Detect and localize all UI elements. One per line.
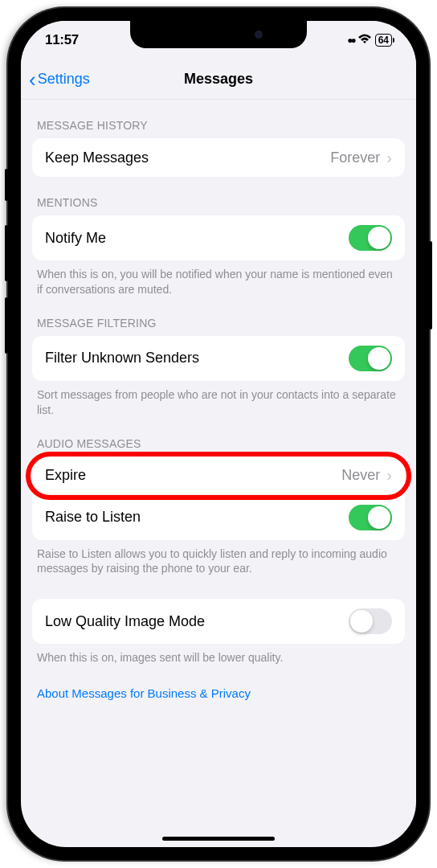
- toggle-knob: [368, 347, 390, 370]
- page-title: Messages: [184, 71, 253, 88]
- group-audio: Expire Never › Raise to Listen: [32, 457, 405, 540]
- cell-label: Filter Unknown Senders: [45, 350, 199, 366]
- about-link[interactable]: About Messages for Business & Privacy: [21, 665, 416, 721]
- mute-switch: [5, 169, 8, 201]
- group-filtering: Filter Unknown Senders: [32, 336, 405, 381]
- toggle-notify-me[interactable]: [349, 225, 392, 251]
- back-label: Settings: [38, 71, 90, 88]
- cell-label: Notify Me: [45, 230, 106, 247]
- section-header-filtering: MESSAGE FILTERING: [21, 297, 416, 336]
- chevron-right-icon: ›: [386, 466, 392, 485]
- toggle-knob: [350, 610, 373, 633]
- chevron-left-icon: ‹: [29, 69, 36, 90]
- home-indicator[interactable]: [162, 837, 275, 841]
- cell-low-quality[interactable]: Low Quality Image Mode: [32, 599, 405, 644]
- cell-label: Keep Messages: [45, 149, 149, 166]
- group-low-quality: Low Quality Image Mode: [32, 599, 405, 644]
- toggle-knob: [368, 506, 390, 529]
- screen: 11:57 ●● 64 ‹ Settings Messages MESSAGE …: [21, 21, 416, 847]
- cell-raise-to-listen[interactable]: Raise to Listen: [32, 495, 405, 540]
- volume-up-button: [5, 225, 8, 281]
- notch: [130, 21, 307, 48]
- cell-value: Never: [341, 467, 380, 484]
- cell-trailing: Never ›: [341, 466, 392, 485]
- status-indicators: ●● 64: [347, 34, 392, 47]
- section-header-history: MESSAGE HISTORY: [21, 100, 416, 138]
- footer-filtering: Sort messages from people who are not in…: [21, 381, 416, 418]
- group-history: Keep Messages Forever ›: [32, 138, 405, 177]
- power-button: [429, 241, 432, 330]
- back-button[interactable]: ‹ Settings: [29, 69, 90, 90]
- toggle-filter-unknown[interactable]: [349, 346, 392, 371]
- footer-low-quality: When this is on, images sent will be low…: [21, 644, 416, 665]
- status-time: 11:57: [45, 32, 79, 48]
- section-header-audio: AUDIO MESSAGES: [21, 418, 416, 457]
- phone-frame: 11:57 ●● 64 ‹ Settings Messages MESSAGE …: [8, 8, 429, 860]
- chevron-right-icon: ›: [386, 149, 392, 167]
- footer-audio: Raise to Listen allows you to quickly li…: [21, 540, 416, 577]
- nav-bar: ‹ Settings Messages: [21, 59, 416, 100]
- section-header-mentions: MENTIONS: [21, 177, 416, 215]
- cell-notify-me[interactable]: Notify Me: [32, 215, 405, 260]
- footer-mentions: When this is on, you will be notified wh…: [21, 260, 416, 297]
- battery-indicator: 64: [375, 34, 392, 47]
- toggle-knob: [368, 227, 390, 249]
- cell-label: Expire: [45, 467, 86, 484]
- cell-filter-unknown[interactable]: Filter Unknown Senders: [32, 336, 405, 381]
- cell-value: Forever: [330, 149, 380, 166]
- cell-label: Raise to Listen: [45, 509, 141, 526]
- wifi-icon: [357, 34, 372, 47]
- cellular-signal-icon: ●●: [347, 35, 354, 46]
- settings-content[interactable]: MESSAGE HISTORY Keep Messages Forever › …: [21, 100, 416, 831]
- toggle-low-quality[interactable]: [349, 608, 392, 634]
- cell-expire[interactable]: Expire Never ›: [32, 457, 405, 495]
- cell-keep-messages[interactable]: Keep Messages Forever ›: [32, 138, 405, 177]
- group-mentions: Notify Me: [32, 215, 405, 260]
- volume-down-button: [5, 297, 8, 354]
- toggle-raise-to-listen[interactable]: [349, 505, 392, 530]
- cell-label: Low Quality Image Mode: [45, 613, 205, 630]
- cell-trailing: Forever ›: [330, 149, 392, 167]
